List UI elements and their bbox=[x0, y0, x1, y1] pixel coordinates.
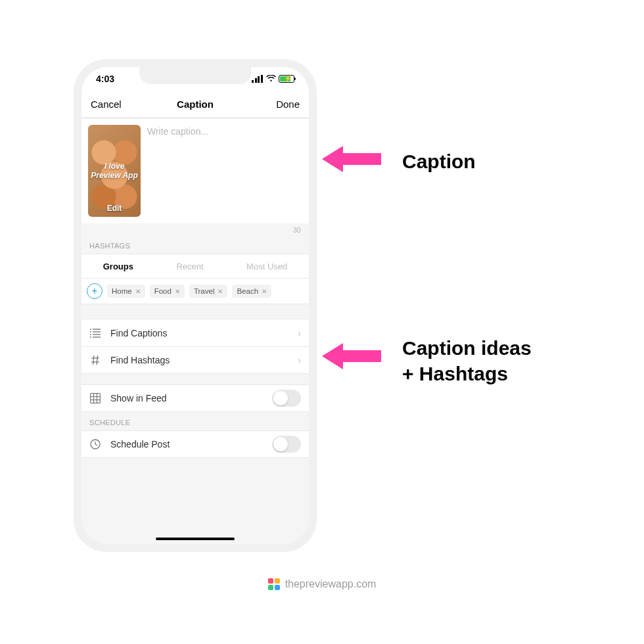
phone-screen: 4:03 ⚡ Cancel Caption Done bbox=[81, 67, 309, 544]
svg-rect-22 bbox=[268, 585, 273, 590]
footer-url: thepreviewapp.com bbox=[285, 578, 377, 590]
media-thumbnail[interactable]: I love Preview App Edit bbox=[88, 125, 141, 217]
tab-recent[interactable]: Recent bbox=[176, 262, 203, 271]
svg-line-10 bbox=[93, 356, 95, 365]
caption-editor: I love Preview App Edit Write caption... bbox=[81, 118, 309, 223]
wifi-icon bbox=[266, 75, 276, 83]
callout-caption: Caption bbox=[402, 149, 476, 174]
hashtag-chip[interactable]: Travel✕ bbox=[189, 285, 228, 298]
hashtag-counter: 30 bbox=[81, 223, 309, 235]
footer: thepreviewapp.com bbox=[0, 578, 644, 590]
hash-icon bbox=[89, 355, 101, 365]
hashtags-header: HASHTAGS bbox=[81, 235, 309, 254]
schedule-post-row: Schedule Post bbox=[81, 430, 309, 458]
clock-icon bbox=[89, 439, 101, 449]
home-indicator[interactable] bbox=[156, 538, 235, 540]
svg-marker-18 bbox=[322, 146, 381, 172]
hashtag-chip[interactable]: Food✕ bbox=[150, 285, 185, 298]
grid-icon bbox=[89, 393, 101, 403]
find-captions-row[interactable]: Find Captions › bbox=[81, 319, 309, 346]
row-label: Find Hashtags bbox=[110, 355, 288, 365]
callout-ideas: Caption ideas + Hashtags bbox=[402, 335, 532, 386]
callout-arrow bbox=[322, 141, 381, 177]
show-in-feed-row: Show in Feed bbox=[81, 384, 309, 412]
callout-arrow bbox=[322, 338, 381, 375]
thumbnail-overlay-text: I love Preview App bbox=[88, 162, 141, 180]
edit-button[interactable]: Edit bbox=[88, 204, 141, 213]
signal-icon bbox=[252, 75, 264, 83]
close-icon[interactable]: ✕ bbox=[262, 288, 267, 295]
preview-logo-icon bbox=[268, 578, 280, 590]
list-icon bbox=[89, 329, 101, 338]
svg-rect-23 bbox=[275, 585, 280, 590]
status-time: 4:03 bbox=[96, 74, 114, 84]
chevron-right-icon: › bbox=[298, 355, 301, 365]
hashtag-groups-row: + Home✕ Food✕ Travel✕ Beach✕ bbox=[81, 279, 309, 304]
done-button[interactable]: Done bbox=[276, 99, 300, 110]
chevron-right-icon: › bbox=[298, 328, 301, 338]
hashtag-tabs: Groups Recent Most Used bbox=[81, 254, 309, 279]
notch bbox=[139, 67, 251, 84]
caption-input[interactable]: Write caption... bbox=[147, 125, 302, 217]
close-icon[interactable]: ✕ bbox=[175, 288, 180, 295]
svg-line-11 bbox=[97, 356, 98, 365]
svg-rect-21 bbox=[275, 578, 280, 584]
show-in-feed-toggle[interactable] bbox=[272, 390, 301, 407]
svg-rect-20 bbox=[268, 578, 273, 584]
nav-bar: Cancel Caption Done bbox=[81, 91, 309, 118]
tab-groups[interactable]: Groups bbox=[103, 262, 133, 271]
tab-most-used[interactable]: Most Used bbox=[246, 262, 287, 271]
row-label: Find Captions bbox=[110, 328, 288, 338]
row-label: Show in Feed bbox=[110, 393, 263, 403]
row-label: Schedule Post bbox=[110, 439, 263, 449]
battery-icon: ⚡ bbox=[279, 75, 294, 83]
find-hashtags-row[interactable]: Find Hashtags › bbox=[81, 346, 309, 374]
hashtag-chip[interactable]: Home✕ bbox=[107, 285, 145, 298]
phone-mockup: 4:03 ⚡ Cancel Caption Done bbox=[74, 59, 317, 552]
add-group-button[interactable]: + bbox=[87, 283, 103, 299]
hashtag-chip[interactable]: Beach✕ bbox=[232, 285, 271, 298]
svg-rect-12 bbox=[91, 394, 101, 403]
cancel-button[interactable]: Cancel bbox=[91, 99, 122, 110]
close-icon[interactable]: ✕ bbox=[218, 288, 223, 295]
svg-marker-19 bbox=[322, 343, 381, 369]
schedule-post-toggle[interactable] bbox=[272, 436, 301, 453]
schedule-header: SCHEDULE bbox=[81, 412, 309, 430]
close-icon[interactable]: ✕ bbox=[135, 288, 141, 295]
